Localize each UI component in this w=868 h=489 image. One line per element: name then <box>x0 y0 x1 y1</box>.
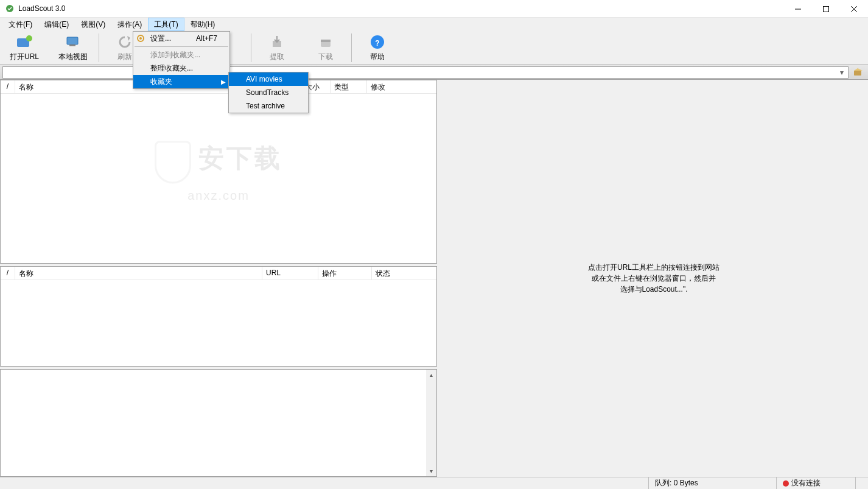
col-status[interactable]: 状态 <box>372 267 436 280</box>
help-icon: ? <box>368 33 387 51</box>
task-list-header: / 名称 URL 操作 状态 <box>1 267 436 280</box>
svg-point-6 <box>26 35 32 41</box>
col-url[interactable]: URL <box>262 267 318 280</box>
go-button[interactable] <box>851 66 866 79</box>
toolbar-separator <box>99 33 99 62</box>
open-url-label: 打开URL <box>10 52 39 62</box>
resize-grip[interactable] <box>855 477 868 489</box>
extract-button[interactable]: 提取 <box>253 31 301 65</box>
log-scrollbar[interactable]: ▴ ▾ <box>426 370 436 476</box>
location-bar: ▾ <box>0 65 868 80</box>
fav-test-archive[interactable]: Test archive <box>229 99 308 113</box>
menu-favorites[interactable]: 收藏夹 ▶ <box>133 75 229 88</box>
gear-icon <box>136 33 145 43</box>
fav-avi-movies[interactable]: AVI movies <box>229 72 308 86</box>
svg-rect-7 <box>67 37 78 44</box>
hint-text: 点击打开URL工具栏上的按钮连接到网站 或在文件上右键在浏览器窗口，然后并 选择… <box>588 262 719 295</box>
refresh-icon <box>115 33 135 51</box>
file-list-pane: / 名称 大小 类型 修改 安下载 anxz.com <box>0 80 437 264</box>
svg-rect-8 <box>69 44 75 46</box>
address-dropdown-icon[interactable]: ▾ <box>837 68 847 77</box>
favorites-submenu: AVI movies SoundTracks Test archive <box>228 72 309 113</box>
toolbar: 打开URL 本地视图 刷新 提取 下载 ? 帮助 <box>0 31 868 65</box>
left-column: / 名称 大小 类型 修改 安下载 anxz.com / 名称 URL 操作 状… <box>0 80 437 477</box>
extract-icon <box>267 33 287 51</box>
toolbar-separator <box>351 33 352 62</box>
toolbar-separator <box>251 33 251 62</box>
task-list-pane: / 名称 URL 操作 状态 <box>0 266 437 367</box>
help-label: 帮助 <box>370 52 385 62</box>
menu-edit[interactable]: 编辑(E) <box>38 18 75 31</box>
app-icon <box>5 4 15 13</box>
menu-file[interactable]: 文件(F) <box>2 18 38 31</box>
scroll-up-icon[interactable]: ▴ <box>426 370 436 380</box>
local-view-icon <box>63 33 83 51</box>
col-operation[interactable]: 操作 <box>318 267 372 280</box>
download-button[interactable]: 下载 <box>301 31 350 65</box>
watermark: 安下载 anxz.com <box>155 141 282 203</box>
title-bar: LoadScout 3.0 <box>0 0 868 18</box>
main-area: / 名称 大小 类型 修改 安下载 anxz.com / 名称 URL 操作 状… <box>0 80 868 477</box>
svg-text:?: ? <box>375 39 379 47</box>
svg-rect-14 <box>854 71 861 76</box>
download-label: 下载 <box>318 52 333 62</box>
col-type[interactable]: 类型 <box>331 80 367 93</box>
menu-bar: 文件(F) 编辑(E) 视图(V) 操作(A) 工具(T) 帮助(H) <box>0 18 868 31</box>
close-button[interactable] <box>840 0 868 18</box>
window-title: LoadScout 3.0 <box>18 4 65 13</box>
address-input[interactable]: ▾ <box>2 66 849 79</box>
svg-point-19 <box>139 37 142 40</box>
tools-dropdown: 设置... Alt+F7 添加到收藏夹... 整理收藏夹... 收藏夹 ▶ AV… <box>133 31 230 89</box>
status-connection: 没有连接 <box>776 477 855 489</box>
extract-label: 提取 <box>270 52 284 62</box>
menu-organize-favorites[interactable]: 整理收藏夹... <box>133 62 229 75</box>
svg-rect-11 <box>321 40 331 42</box>
fav-soundtracks[interactable]: SoundTracks <box>229 86 308 99</box>
open-url-button[interactable]: 打开URL <box>0 31 49 65</box>
refresh-label: 刷新 <box>117 52 132 62</box>
download-icon <box>316 33 335 51</box>
col-name2[interactable]: 名称 <box>15 267 262 280</box>
col-slash[interactable]: / <box>1 80 15 93</box>
menu-view[interactable]: 视图(V) <box>75 18 111 31</box>
col-slash2[interactable]: / <box>1 267 15 280</box>
menu-tools[interactable]: 工具(T) <box>148 18 184 31</box>
local-view-button[interactable]: 本地视图 <box>49 31 97 65</box>
window-controls <box>784 0 868 18</box>
log-pane: ▴ ▾ <box>0 369 437 477</box>
preview-pane: 点击打开URL工具栏上的按钮连接到网站 或在文件上右键在浏览器窗口，然后并 选择… <box>439 80 868 477</box>
help-button[interactable]: ? 帮助 <box>353 31 402 65</box>
menu-add-favorite[interactable]: 添加到收藏夹... <box>133 48 229 62</box>
col-modified[interactable]: 修改 <box>367 80 436 93</box>
local-view-label: 本地视图 <box>58 52 88 62</box>
scroll-down-icon[interactable]: ▾ <box>426 466 436 476</box>
status-queue: 队列: 0 Bytes <box>648 477 776 489</box>
open-url-icon <box>15 33 34 51</box>
maximize-button[interactable] <box>812 0 840 18</box>
menu-settings[interactable]: 设置... Alt+F7 <box>133 32 229 45</box>
menu-help[interactable]: 帮助(H) <box>184 18 222 31</box>
submenu-arrow-icon: ▶ <box>221 79 226 85</box>
svg-rect-2 <box>824 6 829 12</box>
status-bar: 队列: 0 Bytes 没有连接 <box>0 477 868 489</box>
menu-action[interactable]: 操作(A) <box>111 18 148 31</box>
no-connection-icon <box>783 480 789 487</box>
minimize-button[interactable] <box>784 0 812 18</box>
